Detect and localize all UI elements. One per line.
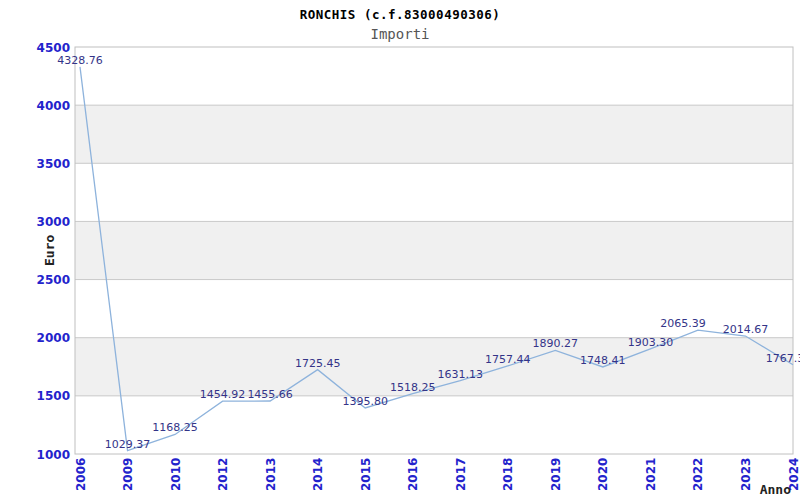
value-label: 1395.80 — [342, 395, 388, 408]
value-label: 1518.25 — [390, 381, 436, 394]
y-tick-label: 2000 — [37, 331, 70, 345]
grid-band — [75, 105, 793, 163]
y-tick-label: 2500 — [37, 273, 70, 287]
x-tick-label: 2012 — [216, 458, 230, 491]
y-axis-title: Euro — [42, 235, 57, 266]
grid-band — [75, 47, 793, 105]
value-label: 1890.27 — [533, 337, 579, 350]
value-label: 2065.39 — [660, 317, 706, 330]
y-tick-label: 1000 — [37, 448, 70, 462]
chart-subtitle: Importi — [370, 26, 429, 42]
y-tick-label: 1500 — [37, 389, 70, 403]
x-tick-label: 2023 — [739, 458, 753, 491]
x-tick-label: 2022 — [691, 458, 705, 491]
value-label: 1455.66 — [247, 388, 293, 401]
x-tick-label: 2006 — [74, 458, 88, 491]
x-tick-label: 2014 — [311, 458, 325, 491]
y-tick-label: 3000 — [37, 215, 70, 229]
y-tick-label: 3500 — [37, 157, 70, 171]
value-label: 1767.3 — [766, 352, 800, 365]
value-label: 1725.45 — [295, 357, 341, 370]
value-label: 4328.76 — [57, 54, 103, 67]
y-tick-label: 4000 — [37, 99, 70, 113]
x-tick-label: 2013 — [264, 458, 278, 491]
x-tick-label: 2009 — [121, 458, 135, 491]
grid-band — [75, 221, 793, 279]
x-tick-label: 2019 — [549, 458, 563, 491]
value-label: 2014.67 — [723, 323, 769, 336]
y-tick-label: 4500 — [37, 41, 70, 55]
x-tick-label: 2017 — [454, 458, 468, 491]
x-axis-title: Anno — [760, 482, 791, 497]
x-tick-label: 2020 — [596, 458, 610, 491]
x-tick-label: 2018 — [501, 458, 515, 491]
chart-container: 4328.761029.371168.251454.921455.661725.… — [0, 0, 800, 500]
x-tick-label: 2021 — [644, 458, 658, 491]
value-label: 1029.37 — [105, 438, 151, 451]
value-label: 1631.13 — [438, 368, 484, 381]
chart-title: RONCHIS (c.f.83000490306) — [300, 7, 501, 22]
x-tick-label: 2015 — [359, 458, 373, 491]
x-tick-label: 2010 — [169, 458, 183, 491]
x-tick-label: 2016 — [406, 458, 420, 491]
value-label: 1748.41 — [580, 354, 626, 367]
line-chart-canvas: 4328.761029.371168.251454.921455.661725.… — [0, 0, 800, 500]
value-label: 1903.30 — [628, 336, 674, 349]
value-label: 1168.25 — [152, 421, 198, 434]
x-axis-tick-labels: 2006200920102012201320142015201620172018… — [74, 458, 800, 491]
value-label: 1757.44 — [485, 353, 531, 366]
grid-band — [75, 163, 793, 221]
value-label: 1454.92 — [200, 388, 246, 401]
